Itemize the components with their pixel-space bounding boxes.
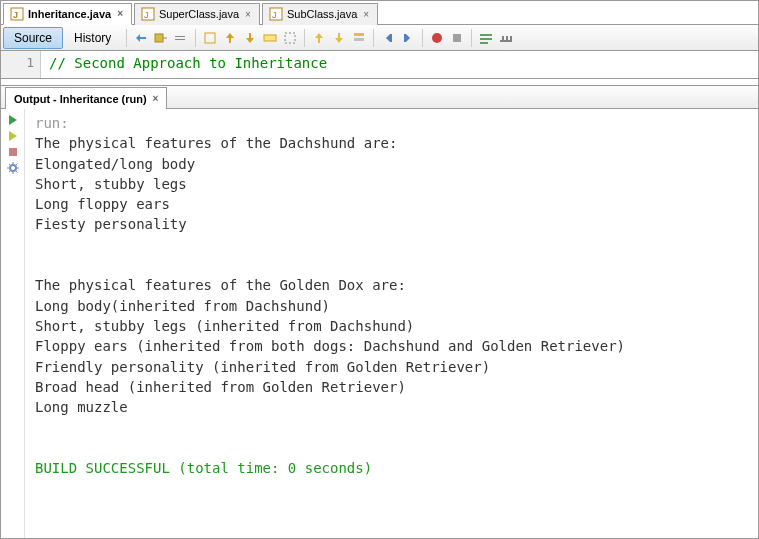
close-icon[interactable]: × [361, 9, 371, 20]
history-button[interactable]: History [63, 27, 122, 49]
output-line: Fiesty personality [35, 216, 187, 232]
svg-rect-14 [390, 34, 392, 42]
svg-rect-6 [155, 34, 163, 42]
shift-left-icon[interactable] [380, 30, 396, 46]
tab-label: Inheritance.java [28, 8, 111, 20]
svg-text:J: J [13, 10, 18, 20]
separator [195, 29, 196, 47]
separator [304, 29, 305, 47]
svg-rect-11 [285, 33, 295, 43]
java-file-icon: J [269, 7, 283, 21]
toggle-highlight-icon[interactable] [262, 30, 278, 46]
rerun-alt-icon[interactable] [6, 129, 20, 143]
java-file-icon: J [141, 7, 155, 21]
output-line: Short, stubby legs (inherited from Dachs… [35, 318, 414, 334]
svg-point-26 [10, 165, 16, 171]
find-selection-icon[interactable] [202, 30, 218, 46]
tab-subclass[interactable]: J SubClass.java × [262, 3, 378, 25]
code-editor[interactable]: 1 // Second Approach to Inheritance [1, 51, 758, 79]
comment-icon[interactable] [478, 30, 494, 46]
forward-icon[interactable] [173, 30, 189, 46]
output-line: Elongated/long body [35, 156, 195, 172]
svg-text:J: J [272, 10, 277, 20]
separator [471, 29, 472, 47]
code-comment: // Second Approach to Inheritance [49, 55, 327, 71]
svg-rect-8 [175, 39, 185, 40]
output-line: Floppy ears (inherited from both dogs: D… [35, 338, 625, 354]
uncomment-icon[interactable] [498, 30, 514, 46]
tab-label: SubClass.java [287, 8, 357, 20]
separator [126, 29, 127, 47]
editor-tab-strip: J Inheritance.java × J SuperClass.java ×… [1, 1, 758, 25]
back-icon[interactable] [153, 30, 169, 46]
svg-rect-18 [480, 34, 492, 36]
svg-rect-15 [404, 34, 406, 42]
find-next-icon[interactable] [242, 30, 258, 46]
output-line: Broad head (inherited from Golden Retrie… [35, 379, 406, 395]
svg-rect-12 [354, 33, 364, 36]
settings-icon[interactable] [6, 161, 20, 175]
svg-rect-19 [480, 38, 492, 40]
output-tab[interactable]: Output - Inheritance (run) × [5, 87, 167, 109]
bookmark-list-icon[interactable] [351, 30, 367, 46]
separator [373, 29, 374, 47]
output-build-message: BUILD SUCCESSFUL (total time: 0 seconds) [35, 460, 372, 476]
output-line: Short, stubby legs [35, 176, 187, 192]
svg-rect-22 [502, 36, 504, 40]
svg-rect-20 [480, 42, 488, 44]
svg-rect-17 [453, 34, 461, 42]
separator [422, 29, 423, 47]
output-line: Friendly personality (inherited from Gol… [35, 359, 490, 375]
toggle-bookmark-icon[interactable] [282, 30, 298, 46]
tab-inheritance[interactable]: J Inheritance.java × [3, 3, 132, 25]
next-bookmark-icon[interactable] [331, 30, 347, 46]
line-number: 1 [26, 55, 34, 70]
close-icon[interactable]: × [243, 9, 253, 20]
close-icon[interactable]: × [115, 8, 125, 19]
stop-icon[interactable] [6, 145, 20, 159]
code-line[interactable]: // Second Approach to Inheritance [41, 51, 758, 78]
svg-point-16 [432, 33, 442, 43]
editor-toolbar: Source History [1, 25, 758, 51]
output-text[interactable]: run: The physical features of the Dachsh… [25, 109, 758, 538]
output-gutter [1, 109, 25, 538]
output-line: Long body(inherited from Dachshund) [35, 298, 330, 314]
output-line: Long floppy ears [35, 196, 170, 212]
find-prev-icon[interactable] [222, 30, 238, 46]
macro-stop-icon[interactable] [449, 30, 465, 46]
svg-rect-13 [354, 38, 364, 41]
svg-rect-9 [205, 33, 215, 43]
tab-label: SuperClass.java [159, 8, 239, 20]
source-button[interactable]: Source [3, 27, 63, 49]
svg-text:J: J [144, 10, 149, 20]
prev-bookmark-icon[interactable] [311, 30, 327, 46]
svg-rect-24 [510, 36, 512, 40]
tab-superclass[interactable]: J SuperClass.java × [134, 3, 260, 25]
output-panel: run: The physical features of the Dachsh… [1, 109, 758, 538]
output-line: The physical features of the Golden Dox … [35, 277, 406, 293]
output-line: Long muzzle [35, 399, 128, 415]
close-icon[interactable]: × [153, 93, 159, 104]
output-run-label: run: [35, 115, 69, 131]
shift-right-icon[interactable] [400, 30, 416, 46]
rerun-icon[interactable] [6, 113, 20, 127]
svg-rect-7 [175, 36, 185, 37]
line-number-gutter: 1 [1, 51, 41, 78]
last-edit-icon[interactable] [133, 30, 149, 46]
macro-record-icon[interactable] [429, 30, 445, 46]
svg-rect-10 [264, 35, 276, 41]
svg-rect-25 [9, 148, 17, 156]
java-file-icon: J [10, 7, 24, 21]
svg-rect-23 [506, 36, 508, 40]
output-panel-header: Output - Inheritance (run) × [1, 85, 758, 109]
output-line: The physical features of the Dachshund a… [35, 135, 397, 151]
output-tab-label: Output - Inheritance (run) [14, 93, 147, 105]
svg-rect-21 [500, 40, 512, 42]
